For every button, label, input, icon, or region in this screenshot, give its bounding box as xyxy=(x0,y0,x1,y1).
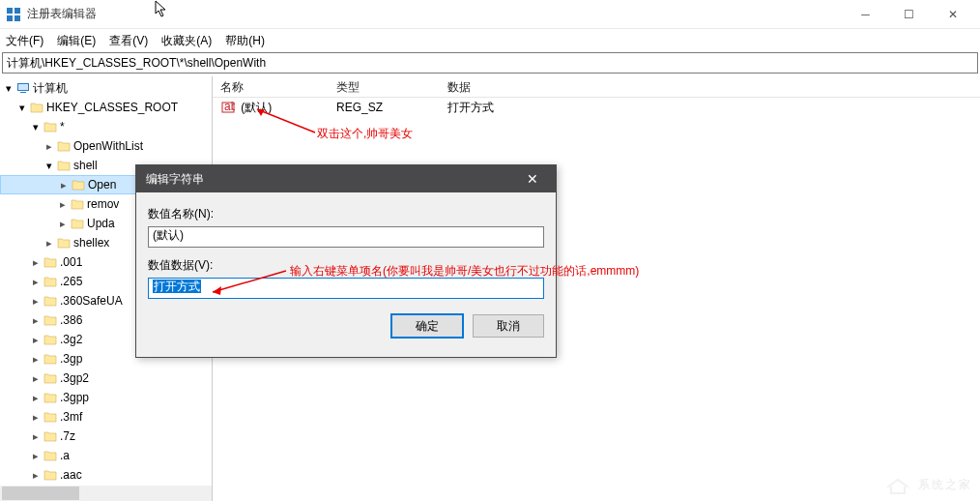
menu-help[interactable]: 帮助(H) xyxy=(225,33,265,49)
chevron-right-icon[interactable]: ▸ xyxy=(29,449,43,462)
folder-icon xyxy=(43,409,58,425)
chevron-right-icon[interactable]: ▸ xyxy=(29,468,43,482)
svg-rect-2 xyxy=(7,15,13,21)
svg-rect-0 xyxy=(7,8,13,14)
chevron-down-icon[interactable]: ▾ xyxy=(2,81,15,95)
tree-label: .aac xyxy=(60,468,82,482)
tree-label: .3gp2 xyxy=(60,371,89,385)
tree-hive[interactable]: ▾ HKEY_CLASSES_ROOT xyxy=(0,98,212,117)
value-name: (默认) xyxy=(241,101,272,114)
value-name-field[interactable]: (默认) xyxy=(148,226,544,248)
close-button[interactable]: ✕ xyxy=(931,1,974,28)
tree-openwithlist[interactable]: ▸ OpenWithList xyxy=(0,136,212,156)
chevron-down-icon[interactable]: ▾ xyxy=(43,159,56,172)
folder-icon xyxy=(43,119,58,134)
tree-label: .001 xyxy=(60,255,82,269)
folder-icon xyxy=(29,100,44,115)
dialog-title: 编辑字符串 xyxy=(146,171,519,188)
tree-label: remov xyxy=(87,197,119,211)
folder-icon xyxy=(70,216,85,231)
chevron-right-icon[interactable]: ▸ xyxy=(43,236,56,250)
minimize-button[interactable]: ─ xyxy=(844,1,887,28)
tree-label: 计算机 xyxy=(33,80,68,97)
tree-ext[interactable]: ▸.3gp2 xyxy=(0,368,212,388)
dialog-titlebar[interactable]: 编辑字符串 ✕ xyxy=(136,165,556,192)
edit-string-dialog: 编辑字符串 ✕ 数值名称(N): (默认) 数值数据(V): 打开方式 确定 取… xyxy=(135,164,557,358)
chevron-down-icon[interactable]: ▾ xyxy=(29,120,43,133)
value-data-field[interactable]: 打开方式 xyxy=(148,278,544,299)
maximize-button[interactable]: ☐ xyxy=(887,1,931,28)
folder-icon xyxy=(43,428,58,444)
chevron-right-icon[interactable]: ▸ xyxy=(29,313,43,327)
chevron-right-icon[interactable]: ▸ xyxy=(43,139,56,153)
col-name[interactable]: 名称 xyxy=(213,76,329,97)
svg-rect-6 xyxy=(20,92,26,93)
chevron-right-icon[interactable]: ▸ xyxy=(29,333,43,346)
svg-rect-1 xyxy=(14,8,20,14)
folder-icon xyxy=(71,177,86,192)
value-row[interactable]: ab (默认) REG_SZ 打开方式 xyxy=(213,98,980,117)
menu-view[interactable]: 查看(V) xyxy=(109,33,148,49)
chevron-right-icon[interactable]: ▸ xyxy=(29,275,43,288)
ok-button[interactable]: 确定 xyxy=(391,314,463,338)
address-path: 计算机\HKEY_CLASSES_ROOT\*\shell\OpenWith xyxy=(7,55,266,72)
tree-star[interactable]: ▾ * xyxy=(0,117,212,136)
folder-icon xyxy=(43,274,58,289)
chevron-down-icon[interactable]: ▾ xyxy=(15,101,29,114)
tree-label: Upda xyxy=(87,217,115,230)
app-icon xyxy=(6,7,21,22)
col-type[interactable]: 类型 xyxy=(329,76,440,97)
svg-rect-3 xyxy=(14,15,20,21)
dialog-close-icon[interactable]: ✕ xyxy=(519,171,546,187)
col-data[interactable]: 数据 xyxy=(440,76,980,97)
value-data-label: 数值数据(V): xyxy=(148,257,544,274)
chevron-right-icon[interactable]: ▸ xyxy=(56,217,70,230)
chevron-right-icon[interactable]: ▸ xyxy=(29,391,43,404)
tree-ext[interactable]: ▸.7z xyxy=(0,427,212,446)
folder-icon xyxy=(43,448,58,463)
folder-icon xyxy=(43,312,58,328)
title-bar: 注册表编辑器 ─ ☐ ✕ xyxy=(0,0,980,29)
value-name-label: 数值名称(N): xyxy=(148,206,544,222)
tree-root[interactable]: ▾ 计算机 xyxy=(0,78,212,98)
cancel-button[interactable]: 取消 xyxy=(473,314,544,338)
tree-label: shell xyxy=(73,159,98,172)
value-data: 打开方式 xyxy=(440,100,980,116)
tree-label: .3gp xyxy=(60,352,82,366)
folder-icon xyxy=(56,138,72,154)
chevron-right-icon[interactable]: ▸ xyxy=(29,294,43,308)
string-value-icon: ab xyxy=(220,100,236,115)
chevron-right-icon[interactable]: ▸ xyxy=(29,429,43,443)
folder-icon xyxy=(43,351,58,367)
window-title: 注册表编辑器 xyxy=(27,6,844,22)
menu-file[interactable]: 文件(F) xyxy=(6,33,43,49)
folder-icon xyxy=(43,293,58,309)
folder-icon xyxy=(43,467,58,483)
folder-icon xyxy=(43,254,58,270)
menu-bar: 文件(F) 编辑(E) 查看(V) 收藏夹(A) 帮助(H) xyxy=(0,29,980,52)
chevron-right-icon[interactable]: ▸ xyxy=(29,410,43,424)
svg-text:ab: ab xyxy=(224,101,235,113)
chevron-right-icon[interactable]: ▸ xyxy=(56,197,70,211)
tree-ext[interactable]: ▸.3mf xyxy=(0,407,212,427)
folder-icon xyxy=(43,370,58,386)
folder-icon xyxy=(56,158,72,173)
menu-edit[interactable]: 编辑(E) xyxy=(57,33,96,49)
chevron-right-icon[interactable]: ▸ xyxy=(29,371,43,385)
tree-label: .360SafeUA xyxy=(60,294,123,308)
menu-favorites[interactable]: 收藏夹(A) xyxy=(161,33,212,49)
tree-label: .3gpp xyxy=(60,391,89,404)
address-bar[interactable]: 计算机\HKEY_CLASSES_ROOT\*\shell\OpenWith xyxy=(2,52,978,74)
chevron-right-icon[interactable]: ▸ xyxy=(29,255,43,269)
scrollbar-thumb[interactable] xyxy=(2,486,79,500)
tree-label: .3g2 xyxy=(60,333,82,346)
chevron-right-icon[interactable]: ▸ xyxy=(29,352,43,366)
tree-ext[interactable]: ▸.a xyxy=(0,446,212,465)
list-header: 名称 类型 数据 xyxy=(213,76,980,98)
tree-label: .265 xyxy=(60,275,82,288)
horizontal-scrollbar[interactable] xyxy=(0,486,212,501)
tree-ext[interactable]: ▸.3gpp xyxy=(0,388,212,407)
chevron-right-icon[interactable]: ▸ xyxy=(57,178,71,192)
tree-ext[interactable]: ▸.aac xyxy=(0,465,212,485)
folder-icon xyxy=(56,235,72,250)
